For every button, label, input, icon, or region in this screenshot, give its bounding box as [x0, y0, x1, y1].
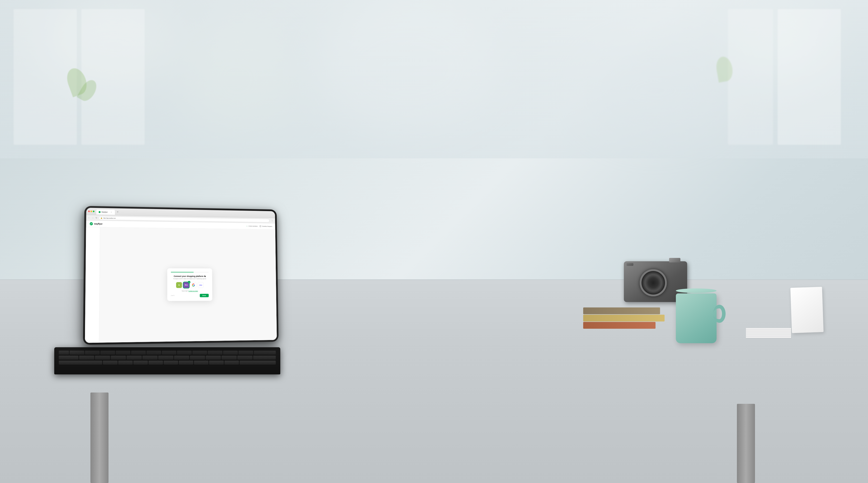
white-box-1	[790, 287, 824, 333]
tablet-device: Wayflyer × + ← → ↻ 🔒 https://app.wayflye…	[83, 206, 279, 359]
window-shape-2	[81, 9, 145, 145]
app-main: Connect your shopping platform 🛍 Compare…	[85, 227, 277, 343]
paper-5	[746, 336, 791, 338]
user-avatar	[259, 225, 261, 227]
progress-bar	[171, 272, 209, 272]
key	[164, 361, 178, 365]
modal-subtitle: Compare store's data and adjust your mar…	[171, 278, 209, 279]
stripe-platform-icon[interactable]: stripe	[198, 282, 204, 288]
key	[103, 361, 117, 365]
user-name: Serafina Sergana	[262, 226, 272, 227]
bookmark-icon[interactable]: ☆	[271, 219, 274, 222]
woocommerce-platform-icon[interactable]: Woo ✓	[183, 282, 190, 288]
contact-team-link[interactable]: Contact our team	[188, 290, 198, 291]
modal-title: Connect your shopping platform 🛍	[171, 275, 209, 277]
key	[209, 361, 223, 365]
user-menu[interactable]: Serafina Sergana	[259, 225, 272, 227]
key	[179, 361, 193, 365]
window-shape-3	[778, 9, 841, 145]
invite-members-button[interactable]: + + Invite members	[246, 225, 258, 227]
lock-icon: 🔒	[100, 217, 102, 219]
help-text: Need help? Contact our team	[171, 290, 209, 291]
stripe-label: stripe	[199, 284, 202, 285]
key	[224, 361, 239, 365]
mug-top	[676, 288, 717, 293]
logo-text: wayflyer	[94, 223, 102, 225]
close-dot[interactable]	[88, 210, 90, 212]
key	[221, 356, 237, 360]
white-boxes	[791, 287, 823, 334]
paper-stack	[746, 328, 796, 338]
tab-favicon	[98, 211, 100, 213]
plus-icon: +	[246, 225, 247, 227]
help-static-text: Need help?	[182, 290, 188, 291]
forward-button[interactable]: →	[91, 216, 94, 219]
mug-body	[676, 293, 717, 343]
key	[237, 356, 252, 360]
tablet-body: Wayflyer × + ← → ↻ 🔒 https://app.wayflye…	[83, 206, 278, 345]
google-platform-icon[interactable]	[191, 282, 196, 288]
url-text: https://app.wayflyer.com	[103, 217, 116, 219]
window-shape-4	[728, 9, 773, 145]
camera-lens	[640, 269, 667, 296]
woo-checkmark: ✓	[188, 281, 190, 283]
key-row-3	[59, 361, 276, 365]
key	[133, 361, 148, 365]
book-3	[583, 322, 655, 329]
key	[59, 356, 79, 360]
invite-label: + Invite members	[248, 225, 258, 227]
shopify-platform-icon[interactable]: S	[176, 282, 182, 288]
tablet-screen: Wayflyer × + ← → ↻ 🔒 https://app.wayflye…	[85, 208, 277, 343]
done-button[interactable]: Done	[199, 294, 209, 297]
desk-leg	[90, 393, 108, 483]
key	[59, 351, 69, 355]
book-2	[583, 315, 664, 321]
left-sidebar	[85, 227, 100, 343]
new-tab-button[interactable]: +	[116, 210, 119, 214]
camera-dial	[669, 258, 680, 262]
paper-2	[746, 330, 791, 332]
back-button[interactable]: ←	[88, 216, 90, 219]
mug-handle	[713, 305, 725, 323]
coffee-mug	[676, 288, 721, 347]
tab-title: Wayflyer	[101, 211, 108, 213]
background: Wayflyer × + ← → ↻ 🔒 https://app.wayflye…	[0, 0, 868, 483]
minimize-dot[interactable]	[90, 210, 92, 212]
content-area: Connect your shopping platform 🛍 Compare…	[99, 227, 277, 343]
key	[70, 351, 84, 355]
key	[59, 361, 102, 365]
paper-1	[746, 328, 791, 330]
key	[194, 361, 209, 365]
connect-platform-modal: Connect your shopping platform 🛍 Compare…	[167, 268, 212, 301]
key	[240, 361, 276, 365]
paper-4	[746, 334, 791, 336]
wayflyer-logo: wayflyer	[90, 222, 103, 226]
reload-button[interactable]: ↻	[95, 217, 98, 219]
step-count: 2 of 3	[171, 295, 174, 296]
browser-dots	[88, 210, 94, 212]
platforms-row: S Woo ✓	[171, 282, 209, 288]
logo-svg-icon	[90, 222, 93, 226]
woo-label: Woo	[185, 284, 188, 286]
app-content: wayflyer + + Invite members Serafina Ser…	[85, 221, 277, 343]
modal-footer: 2 of 3 Done	[171, 294, 209, 297]
camera-button	[627, 263, 633, 266]
progress-fill	[171, 272, 193, 272]
maximize-dot[interactable]	[93, 210, 94, 212]
desk-leg-right	[737, 404, 755, 483]
header-actions: + + Invite members Serafina Sergana	[246, 225, 272, 227]
google-icon-svg	[192, 283, 195, 286]
paper-3	[746, 332, 791, 334]
key	[118, 361, 133, 365]
tab-close-icon[interactable]: ×	[111, 211, 113, 213]
key	[149, 361, 163, 365]
shopify-label: S	[178, 284, 180, 286]
key	[253, 356, 276, 360]
browser-tab[interactable]: Wayflyer ×	[96, 209, 115, 215]
